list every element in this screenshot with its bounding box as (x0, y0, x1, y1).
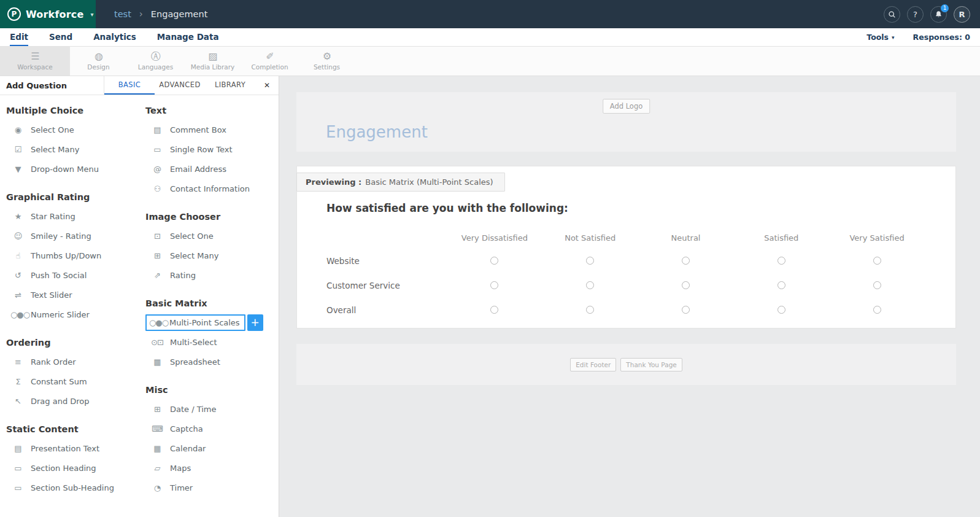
tools-label: Tools (866, 33, 889, 42)
radio-button[interactable] (777, 281, 785, 289)
toolbar-item-languages[interactable]: ⒶLanguages (127, 47, 184, 76)
radio-button[interactable] (682, 257, 690, 265)
question-type-rank-order[interactable]: ≡Rank Order (6, 352, 140, 371)
question-type-single-row-text[interactable]: ▭Single Row Text (145, 139, 277, 159)
radio-button[interactable] (682, 281, 690, 289)
nav-tab-manage-data[interactable]: Manage Data (157, 28, 219, 46)
toolbar-item-label: Settings (314, 63, 340, 71)
radio-button[interactable] (682, 306, 690, 314)
question-type-presentation-text[interactable]: ▤Presentation Text (6, 438, 140, 458)
edit-footer-button[interactable]: Edit Footer (570, 358, 616, 371)
question-type-label: Push To Social (31, 271, 87, 280)
toolbar-item-design[interactable]: ◍Design (70, 47, 127, 76)
radio-button[interactable] (586, 281, 594, 289)
responses-count: Responses: 0 (913, 33, 970, 42)
question-type-multi-point-scales[interactable]: ○●○Multi-Point Scales+ (145, 313, 277, 332)
question-type-numeric-slider[interactable]: ○●○Numeric Slider (6, 305, 140, 324)
matrix-cell (829, 280, 925, 292)
radio-button[interactable] (873, 281, 881, 289)
close-icon[interactable]: ✕ (255, 76, 279, 95)
nav-tab-send[interactable]: Send (49, 28, 72, 46)
question-type-section-sub-heading[interactable]: ▭Section Sub-Heading (6, 478, 140, 497)
brand-logo-icon: P (7, 7, 21, 21)
add-logo-button[interactable]: Add Logo (603, 99, 650, 114)
brand-name: Workforce (26, 9, 84, 20)
panel-tab-library[interactable]: LIBRARY (205, 76, 255, 95)
question-type-multi-select[interactable]: ⊙⊡Multi-Select (145, 332, 277, 352)
panel-tab-advanced[interactable]: ADVANCED (155, 76, 205, 95)
completion-icon: ✐ (266, 52, 273, 61)
notifications-button[interactable]: 1 (930, 6, 947, 23)
brand-menu[interactable]: P Workforce ▾ (0, 0, 96, 28)
add-question-button[interactable]: + (247, 314, 263, 331)
matrix-row: Website (326, 249, 925, 273)
question-category-heading: Text (145, 106, 277, 115)
question-type-drop-down-menu[interactable]: ▼Drop-down Menu (6, 159, 140, 179)
question-type-label: Select Many (31, 145, 79, 154)
question-type-comment-box[interactable]: ▤Comment Box (145, 120, 277, 139)
question-type-section-heading[interactable]: ▭Section Heading (6, 458, 140, 478)
question-type-email-address[interactable]: @Email Address (145, 159, 277, 179)
search-button[interactable] (884, 6, 900, 23)
question-type-label: Smiley - Rating (31, 231, 91, 241)
avatar[interactable]: R (954, 6, 970, 23)
help-button[interactable]: ? (907, 6, 924, 23)
question-type-rating[interactable]: ⇗Rating (145, 265, 277, 285)
question-type-push-to-social[interactable]: ↺Push To Social (6, 265, 140, 285)
settings-icon: ⚙ (323, 52, 331, 61)
question-type-calendar[interactable]: ▦Calendar (145, 438, 277, 458)
section-sub-heading-icon: ▭ (10, 483, 25, 492)
nav-tab-analytics[interactable]: Analytics (93, 28, 136, 46)
question-type-captcha[interactable]: ⌨Captcha (145, 419, 277, 438)
tools-menu[interactable]: Tools ▾ (866, 33, 894, 42)
toolbar-item-media-library[interactable]: ▨Media Library (184, 47, 241, 76)
radio-button[interactable] (873, 257, 881, 265)
question-type-maps[interactable]: ▱Maps (145, 458, 277, 478)
chevron-down-icon: ▾ (892, 34, 895, 41)
radio-button[interactable] (490, 257, 498, 265)
question-type-thumbs-up-down[interactable]: ☝Thumbs Up/Down (6, 246, 140, 265)
radio-button[interactable] (873, 306, 881, 314)
question-type-select-one[interactable]: ⊡Select One (145, 226, 277, 246)
question-category-heading: Static Content (6, 424, 140, 434)
question-type-contact-information[interactable]: ⚇Contact Information (145, 179, 277, 198)
radio-button[interactable] (490, 306, 498, 314)
breadcrumb-parent-link[interactable]: test (114, 9, 131, 19)
matrix-column-header: Neutral (638, 233, 734, 243)
matrix-cell (542, 305, 638, 316)
toolbar-item-settings[interactable]: ⚙Settings (298, 47, 355, 76)
toolbar-item-completion[interactable]: ✐Completion (241, 47, 298, 76)
question-type-spreadsheet[interactable]: ▦Spreadsheet (145, 352, 277, 371)
question-type-smiley-rating[interactable]: ☺Smiley - Rating (6, 226, 140, 246)
question-type-date-time[interactable]: ⊞Date / Time (145, 399, 277, 419)
question-type-text-slider[interactable]: ⇌Text Slider (6, 285, 140, 305)
toolbar-item-workspace[interactable]: ☰Workspace (0, 47, 70, 76)
question-type-select-one[interactable]: ◉Select One (6, 120, 140, 139)
panel-tab-basic[interactable]: BASIC (104, 76, 155, 95)
question-category-heading: Misc (145, 385, 277, 395)
question-type-label: Spreadsheet (170, 357, 220, 367)
question-type-constant-sum[interactable]: ΣConstant Sum (6, 371, 140, 391)
question-type-drag-and-drop[interactable]: ↖Drag and Drop (6, 391, 140, 411)
radio-button[interactable] (490, 281, 498, 289)
question-type-select-many[interactable]: ⊞Select Many (145, 246, 277, 265)
nav-tab-edit[interactable]: Edit (10, 28, 28, 46)
question-category-heading: Multiple Choice (6, 106, 140, 115)
design-icon: ◍ (95, 52, 102, 61)
radio-button[interactable] (586, 257, 594, 265)
survey-title[interactable]: Engagement (326, 123, 428, 141)
question-type-timer[interactable]: ◔Timer (145, 478, 277, 497)
matrix-cell (733, 280, 829, 292)
question-type-label: Contact Information (170, 184, 250, 193)
question-type-star-rating[interactable]: ★Star Rating (6, 206, 140, 226)
thank-you-page-button[interactable]: Thank You Page (620, 358, 682, 371)
radio-button[interactable] (586, 306, 594, 314)
question-type-label: Section Heading (31, 464, 96, 473)
survey-footer-band: Edit FooterThank You Page (296, 344, 956, 385)
question-title[interactable]: How satisfied are you with the following… (326, 202, 568, 214)
radio-button[interactable] (777, 257, 785, 265)
radio-button[interactable] (777, 306, 785, 314)
question-type-label: Rank Order (31, 357, 76, 367)
bell-icon (935, 10, 943, 18)
question-type-select-many[interactable]: ☑Select Many (6, 139, 140, 159)
